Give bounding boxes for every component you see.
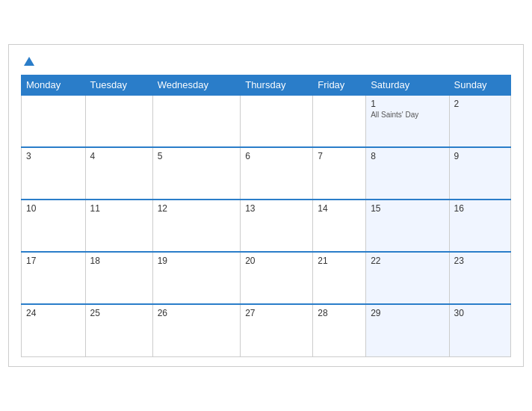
day-number: 7 bbox=[318, 151, 361, 161]
calendar-cell: 10 bbox=[22, 200, 86, 252]
day-number: 28 bbox=[318, 308, 361, 318]
calendar-header-row: MondayTuesdayWednesdayThursdayFridaySatu… bbox=[22, 75, 511, 96]
holiday-label: All Saints' Day bbox=[371, 111, 444, 119]
day-number: 14 bbox=[318, 203, 361, 214]
calendar-cell: 2 bbox=[449, 95, 510, 147]
calendar-cell: 5 bbox=[152, 147, 241, 200]
calendar-cell: 3 bbox=[22, 147, 86, 200]
calendar-cell: 14 bbox=[313, 200, 366, 252]
calendar-cell: 1All Saints' Day bbox=[366, 95, 449, 147]
day-number: 16 bbox=[454, 203, 506, 214]
day-number: 8 bbox=[371, 151, 444, 161]
col-header-tuesday: Tuesday bbox=[85, 75, 152, 96]
day-number: 29 bbox=[371, 308, 444, 318]
day-number: 6 bbox=[245, 151, 308, 161]
day-number: 30 bbox=[454, 308, 506, 318]
calendar-cell: 13 bbox=[241, 200, 313, 252]
col-header-friday: Friday bbox=[313, 75, 366, 96]
day-number: 19 bbox=[158, 256, 236, 266]
day-number: 20 bbox=[245, 256, 308, 266]
day-number: 24 bbox=[26, 308, 81, 318]
calendar-cell bbox=[22, 95, 86, 147]
calendar-cell: 27 bbox=[241, 304, 313, 356]
day-number: 4 bbox=[90, 151, 148, 161]
day-number: 11 bbox=[90, 203, 148, 214]
day-number: 2 bbox=[454, 99, 506, 109]
calendar-cell bbox=[241, 95, 313, 147]
calendar-cell: 17 bbox=[22, 252, 86, 304]
calendar-cell: 12 bbox=[152, 200, 241, 252]
day-number: 17 bbox=[26, 256, 81, 266]
day-number: 3 bbox=[26, 151, 81, 161]
calendar-cell: 24 bbox=[22, 304, 86, 356]
calendar-week-row: 17181920212223 bbox=[22, 252, 511, 304]
day-number: 12 bbox=[158, 203, 236, 214]
calendar-cell: 11 bbox=[85, 200, 152, 252]
calendar-cell: 15 bbox=[366, 200, 449, 252]
col-header-sunday: Sunday bbox=[449, 75, 510, 96]
col-header-saturday: Saturday bbox=[366, 75, 449, 96]
calendar-cell: 16 bbox=[449, 200, 510, 252]
calendar-cell: 6 bbox=[241, 147, 313, 200]
calendar-cell bbox=[85, 95, 152, 147]
calendar-cell: 4 bbox=[85, 147, 152, 200]
calendar-week-row: 24252627282930 bbox=[22, 304, 511, 356]
calendar-week-row: 1All Saints' Day2 bbox=[22, 95, 511, 147]
day-number: 18 bbox=[90, 256, 148, 266]
day-number: 21 bbox=[318, 256, 361, 266]
calendar-cell: 23 bbox=[449, 252, 510, 304]
logo bbox=[21, 57, 34, 66]
calendar-cell bbox=[313, 95, 366, 147]
calendar-cell: 19 bbox=[152, 252, 241, 304]
calendar-week-row: 10111213141516 bbox=[22, 200, 511, 252]
calendar-cell: 8 bbox=[366, 147, 449, 200]
calendar-cell: 21 bbox=[313, 252, 366, 304]
day-number: 23 bbox=[454, 256, 506, 266]
calendar-cell: 18 bbox=[85, 252, 152, 304]
day-number: 9 bbox=[454, 151, 506, 161]
day-number: 13 bbox=[245, 203, 308, 214]
day-number: 15 bbox=[371, 203, 444, 214]
day-number: 27 bbox=[245, 308, 308, 318]
calendar-cell: 29 bbox=[366, 304, 449, 356]
col-header-thursday: Thursday bbox=[241, 75, 313, 96]
calendar-header bbox=[21, 57, 511, 66]
logo-triangle-icon bbox=[24, 57, 34, 66]
col-header-wednesday: Wednesday bbox=[152, 75, 241, 96]
calendar-table: MondayTuesdayWednesdayThursdayFridaySatu… bbox=[21, 75, 511, 357]
calendar-cell: 28 bbox=[313, 304, 366, 356]
day-number: 10 bbox=[26, 203, 81, 214]
day-number: 22 bbox=[371, 256, 444, 266]
calendar-cell: 22 bbox=[366, 252, 449, 304]
col-header-monday: Monday bbox=[22, 75, 86, 96]
day-number: 5 bbox=[158, 151, 236, 161]
calendar-cell: 7 bbox=[313, 147, 366, 200]
calendar-cell: 9 bbox=[449, 147, 510, 200]
day-number: 1 bbox=[371, 99, 444, 109]
calendar-week-row: 3456789 bbox=[22, 147, 511, 200]
calendar-cell bbox=[152, 95, 241, 147]
calendar-cell: 20 bbox=[241, 252, 313, 304]
calendar-container: MondayTuesdayWednesdayThursdayFridaySatu… bbox=[8, 44, 524, 367]
day-number: 26 bbox=[158, 308, 236, 318]
day-number: 25 bbox=[90, 308, 148, 318]
calendar-cell: 26 bbox=[152, 304, 241, 356]
calendar-cell: 30 bbox=[449, 304, 510, 356]
calendar-cell: 25 bbox=[85, 304, 152, 356]
